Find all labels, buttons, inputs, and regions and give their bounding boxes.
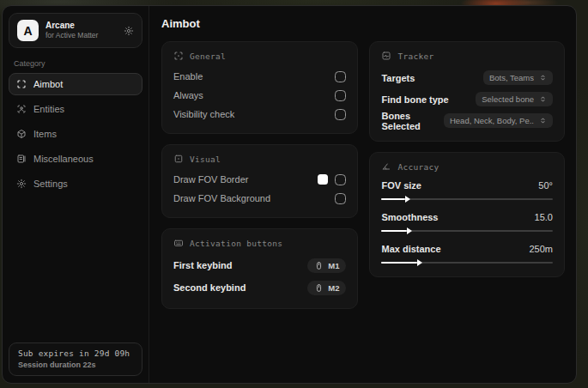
fov-size-value: 50°	[538, 180, 553, 191]
main-content: Aimbot General Enable	[149, 6, 576, 383]
frame-dot-icon	[173, 154, 184, 164]
keybind-value: M2	[328, 283, 339, 293]
gear-icon	[16, 179, 27, 189]
angle-icon	[381, 161, 391, 172]
left-column: General Enable Always Visibility check	[161, 41, 358, 309]
visibility-check-checkbox[interactable]	[335, 109, 346, 120]
sidebar-nav: Aimbot Entities	[9, 73, 142, 195]
enable-checkbox[interactable]	[335, 71, 346, 82]
slider-fill	[381, 230, 407, 232]
sidebar-item-label: Entities	[33, 104, 64, 114]
app-name: Arcane	[45, 21, 117, 32]
slider-fill	[381, 198, 405, 200]
max-distance-value: 250m	[529, 244, 553, 254]
keyboard-icon	[173, 238, 184, 248]
smoothness-value: 15.0	[535, 212, 553, 222]
session-duration-text: Session duration 22s	[18, 361, 133, 369]
sub-expires-text: Sub expires in 29d 09h	[18, 349, 133, 358]
find-bone-type-value: Selected bone	[482, 94, 534, 104]
visual-card: Visual Draw FOV Border Draw FOV Backgrou…	[161, 144, 358, 218]
app-subtitle: for Active Matter	[45, 31, 117, 40]
entity-scan-icon	[16, 104, 27, 114]
bones-selected-value: Head, Neck, Body, Pe..	[450, 116, 534, 125]
first-keybind-button[interactable]: M1	[307, 258, 346, 273]
slider-fill	[381, 262, 417, 264]
sidebar-item-label: Items	[33, 129, 57, 139]
section-title: Accuracy	[397, 162, 439, 172]
brand-card: A Arcane for Active Matter	[9, 13, 142, 48]
sidebar-item-items[interactable]: Items	[9, 123, 142, 145]
always-label: Always	[173, 90, 203, 100]
section-title: Activation buttons	[190, 239, 282, 248]
draw-fov-background-checkbox[interactable]	[335, 193, 346, 204]
section-title: Tracker	[397, 52, 433, 61]
find-bone-type-select[interactable]: Selected bone	[476, 92, 553, 106]
fov-size-slider[interactable]	[381, 198, 553, 200]
targets-label: Targets	[381, 73, 415, 83]
sidebar-item-miscellaneous[interactable]: Miscellaneous	[9, 148, 142, 170]
max-distance-slider[interactable]	[381, 262, 553, 264]
always-checkbox[interactable]	[335, 90, 346, 101]
cube-icon	[16, 129, 27, 139]
second-keybind-label: Second keybind	[173, 282, 246, 293]
general-card: General Enable Always Visibility check	[161, 41, 358, 134]
crosshair-icon	[16, 79, 27, 89]
fov-size-row: FOV size 50°	[381, 178, 553, 200]
second-keybind-button[interactable]: M2	[307, 281, 346, 295]
smoothness-label: Smoothness	[381, 212, 438, 222]
visibility-check-label: Visibility check	[173, 109, 234, 119]
chevron-up-down-icon	[539, 117, 547, 124]
max-distance-row: Max distance 250m	[381, 241, 553, 264]
chevron-up-down-icon	[539, 95, 547, 103]
activation-buttons-card: Activation buttons First keybind M1	[161, 228, 358, 309]
tracker-card: Tracker Targets Bots, Teams	[369, 41, 565, 142]
category-label: Category	[14, 59, 142, 68]
accuracy-card: Accuracy FOV size 50° Smoothness	[369, 152, 565, 277]
draw-fov-border-label: Draw FOV Border	[173, 174, 248, 185]
bones-selected-label: Bones Selected	[381, 111, 443, 131]
enable-label: Enable	[173, 71, 203, 82]
mouse-icon	[314, 261, 324, 270]
mouse-icon	[314, 283, 324, 293]
max-distance-label: Max distance	[381, 244, 440, 254]
section-title: General	[190, 52, 226, 61]
page-title: Aimbot	[161, 17, 565, 30]
activity-icon	[381, 51, 391, 61]
session-info-box: Sub expires in 29d 09h Session duration …	[9, 343, 142, 376]
chevron-up-down-icon	[539, 74, 547, 82]
draw-fov-background-label: Draw FOV Background	[173, 193, 270, 203]
sidebar-item-label: Miscellaneous	[33, 154, 94, 164]
fov-border-color-swatch[interactable]	[318, 174, 328, 185]
brand-text: Arcane for Active Matter	[45, 21, 117, 40]
sidebar-item-label: Aimbot	[33, 79, 63, 89]
bones-selected-select[interactable]: Head, Neck, Body, Pe..	[444, 113, 553, 128]
app-logo: A	[17, 20, 39, 41]
first-keybind-label: First keybind	[173, 260, 232, 270]
panel-icon	[16, 154, 27, 164]
section-title: Visual	[190, 155, 221, 164]
right-column: Tracker Targets Bots, Teams	[369, 41, 565, 277]
smoothness-slider[interactable]	[381, 230, 553, 232]
sidebar-item-aimbot[interactable]: Aimbot	[9, 73, 142, 95]
sidebar-item-label: Settings	[33, 179, 68, 189]
sidebar-item-entities[interactable]: Entities	[9, 98, 142, 120]
fov-size-label: FOV size	[381, 180, 421, 191]
keybind-value: M1	[328, 261, 339, 270]
find-bone-type-label: Find bone type	[381, 94, 448, 105]
targets-value: Bots, Teams	[489, 73, 534, 82]
targets-select[interactable]: Bots, Teams	[483, 70, 553, 85]
smoothness-row: Smoothness 15.0	[381, 209, 553, 232]
crosshair-dot-icon	[173, 51, 184, 61]
draw-fov-border-checkbox[interactable]	[335, 174, 346, 185]
sidebar-item-settings[interactable]: Settings	[9, 173, 142, 195]
gear-icon[interactable]	[124, 26, 134, 36]
sidebar: A Arcane for Active Matter Category	[3, 6, 149, 383]
app-window: A Arcane for Active Matter Category	[2, 5, 577, 384]
